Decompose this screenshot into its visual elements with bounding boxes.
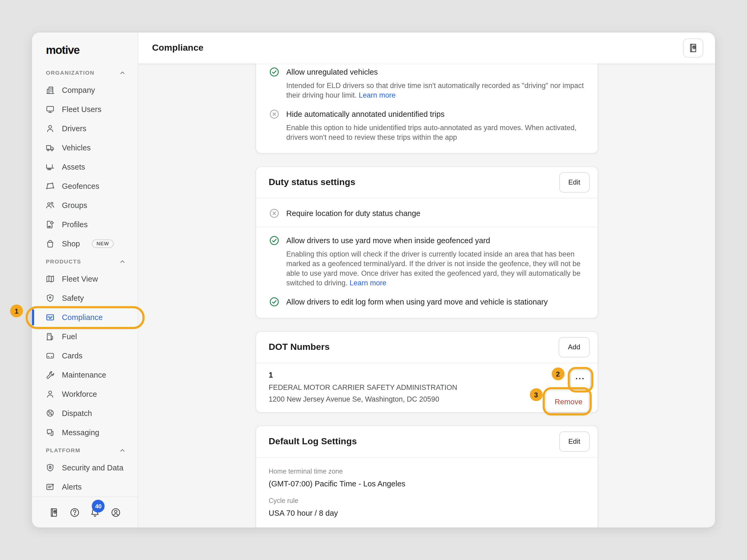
sidebar: motive ORGANIZATION Company Fleet Users <box>32 32 138 528</box>
sidebar-item-profiles[interactable]: Profiles <box>32 215 138 234</box>
field-label: Home terminal time zone <box>269 467 585 476</box>
sidebar-item-fleet-users[interactable]: Fleet Users <box>32 100 138 119</box>
card-duty-status-settings: Duty status settings Edit Require locati… <box>255 166 598 318</box>
sidebar-item-geofences[interactable]: Geofences <box>32 177 138 196</box>
logbook-icon[interactable] <box>49 507 59 517</box>
chat-bubbles-icon <box>45 428 55 437</box>
option-description: Enabling this option will check if the d… <box>286 249 585 288</box>
sidebar-item-label: Assets <box>62 163 85 171</box>
sidebar-item-dispatch[interactable]: Dispatch <box>32 404 138 423</box>
option-title: Allow drivers to edit log form when usin… <box>286 296 548 307</box>
sidebar-item-fuel[interactable]: Fuel <box>32 327 138 346</box>
sidebar-item-cards[interactable]: Cards <box>32 346 138 365</box>
card-title: Default Log Settings <box>269 436 357 447</box>
card-default-log-settings: Default Log Settings Edit Home terminal … <box>255 426 598 528</box>
option-title: Hide automatically annotated unidentifie… <box>286 109 585 119</box>
people-icon <box>45 201 55 210</box>
card-title: Duty status settings <box>269 177 355 188</box>
option-edit-log-form: Allow drivers to edit log form when usin… <box>269 296 585 307</box>
section-label: PRODUCTS <box>46 258 81 265</box>
sidebar-item-label: Security and Data <box>62 463 124 472</box>
sidebar-item-label: Vehicles <box>62 143 91 152</box>
field-cycle-rule: Cycle rule USA 70 hour / 8 day <box>269 497 585 518</box>
option-require-location: Require location for duty status change <box>269 208 585 219</box>
main-panel: Compliance Allow unregulated vehicles <box>138 32 715 528</box>
divider <box>256 227 597 227</box>
sidebar-item-shop[interactable]: Shop NEW <box>32 234 138 253</box>
sidebar-item-label: Profiles <box>62 220 88 229</box>
sidebar-item-groups[interactable]: Groups <box>32 196 138 215</box>
fuel-pump-icon <box>45 332 55 341</box>
chevron-up-icon[interactable] <box>119 69 126 76</box>
option-yard-move-geofence: Allow drivers to use yard move when insi… <box>269 235 585 288</box>
dot-entry-dropdown: Remove <box>546 391 588 412</box>
sidebar-item-company[interactable]: Company <box>32 81 138 100</box>
dot-number: 1 <box>269 371 585 380</box>
sidebar-item-drivers[interactable]: Drivers <box>32 119 138 138</box>
annotation-step-3: 3 <box>530 388 542 401</box>
sidebar-nav: ORGANIZATION Company Fleet Users Drivers <box>32 64 138 497</box>
person-icon <box>45 389 55 399</box>
dot-entry-menu-button[interactable]: ··· <box>570 370 590 390</box>
option-allow-unregulated-vehicles: Allow unregulated vehicles Intended for … <box>269 67 585 100</box>
wrench-icon <box>45 370 55 380</box>
sidebar-item-compliance[interactable]: Compliance <box>32 308 138 327</box>
option-description: Enable this option to hide unidentified … <box>286 123 585 142</box>
edit-default-log-button[interactable]: Edit <box>559 431 589 452</box>
learn-more-link[interactable]: Learn more <box>350 279 386 287</box>
sidebar-item-label: Dispatch <box>62 409 92 418</box>
card-yard-move-settings: Allow unregulated vehicles Intended for … <box>255 63 598 154</box>
edit-duty-status-button[interactable]: Edit <box>559 172 589 192</box>
truck-icon <box>45 143 55 153</box>
account-icon[interactable] <box>110 507 121 517</box>
sidebar-item-label: Maintenance <box>62 371 106 379</box>
sidebar-item-label: Compliance <box>62 313 103 322</box>
logbook-button[interactable] <box>683 38 703 58</box>
field-label: Cargo type <box>269 526 585 528</box>
profile-document-icon <box>45 220 55 229</box>
person-icon <box>45 124 55 133</box>
annotation-step-1: 1 <box>10 304 23 317</box>
field-value: USA 70 hour / 8 day <box>269 508 585 518</box>
sidebar-item-maintenance[interactable]: Maintenance <box>32 365 138 384</box>
sidebar-item-assets[interactable]: Assets <box>32 157 138 177</box>
annotation-step-2: 2 <box>551 368 564 380</box>
field-value: (GMT-07:00) Pacific Time - Los Angeles <box>269 479 585 489</box>
sidebar-item-workforce[interactable]: Workforce <box>32 384 138 404</box>
sidebar-item-label: Fuel <box>62 332 77 341</box>
remove-menu-item[interactable]: Remove <box>555 397 583 406</box>
sidebar-item-label: Shop <box>62 239 80 248</box>
screenshot-stage: motive ORGANIZATION Company Fleet Users <box>0 0 747 560</box>
content-scroll-area[interactable]: Allow unregulated vehicles Intended for … <box>138 63 715 528</box>
notifications[interactable]: 40 <box>90 507 101 517</box>
new-badge: NEW <box>92 239 114 248</box>
sidebar-item-alerts[interactable]: Alerts <box>32 477 138 497</box>
sidebar-item-fleet-view[interactable]: Fleet View <box>32 269 138 289</box>
learn-more-link[interactable]: Learn more <box>359 91 396 99</box>
credit-card-icon <box>45 351 55 361</box>
trailer-icon <box>45 162 55 172</box>
section-header-organization: ORGANIZATION <box>32 64 138 81</box>
sidebar-item-vehicles[interactable]: Vehicles <box>32 138 138 157</box>
field-cargo-type: Cargo type Property <box>269 526 585 528</box>
motive-logo: motive <box>46 43 138 57</box>
sidebar-item-security-and-data[interactable]: Security and Data <box>32 458 138 477</box>
section-label: ORGANIZATION <box>46 69 95 76</box>
compliance-logs-icon <box>45 313 55 322</box>
sidebar-item-messaging[interactable]: Messaging <box>32 423 138 442</box>
geofence-polygon-icon <box>45 181 55 191</box>
chevron-up-icon[interactable] <box>119 258 126 265</box>
app-window: motive ORGANIZATION Company Fleet Users <box>32 32 715 528</box>
sidebar-item-label: Geofences <box>62 182 99 190</box>
card-dot-numbers: DOT Numbers Add 1 FEDERAL MOTOR CARRIER … <box>255 331 598 413</box>
shopping-bag-icon <box>45 239 55 248</box>
chevron-up-icon[interactable] <box>119 447 126 454</box>
sidebar-item-safety[interactable]: Safety <box>32 289 138 308</box>
map-icon <box>45 274 55 284</box>
logbook-icon <box>688 43 698 53</box>
dispatch-compass-icon <box>45 408 55 418</box>
page-header: Compliance <box>138 32 715 63</box>
help-icon[interactable] <box>69 507 80 517</box>
add-dot-number-button[interactable]: Add <box>559 337 589 357</box>
option-description: Intended for ELD drivers so that drive t… <box>286 81 585 100</box>
